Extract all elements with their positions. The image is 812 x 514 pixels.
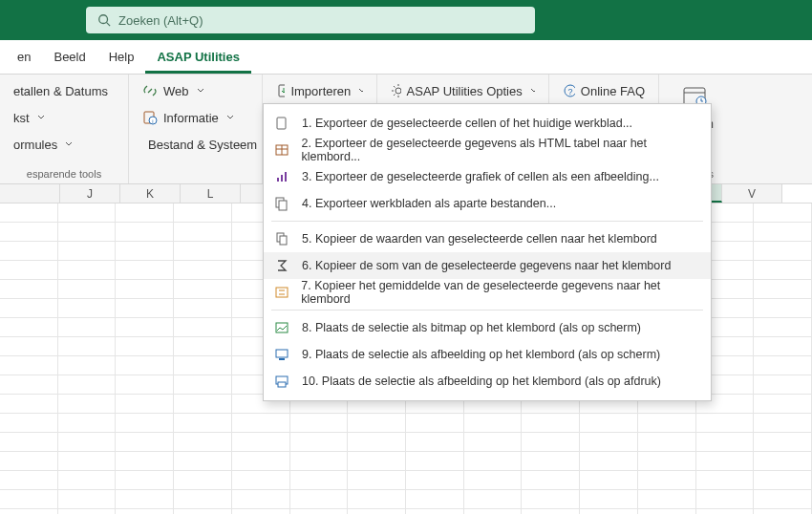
cell[interactable] <box>174 375 232 395</box>
cell[interactable] <box>0 509 58 514</box>
cell[interactable] <box>58 414 117 433</box>
cell[interactable] <box>406 471 464 490</box>
cell[interactable] <box>58 242 117 261</box>
cell[interactable] <box>522 490 580 509</box>
cell[interactable] <box>232 509 290 514</box>
cell[interactable] <box>0 433 58 452</box>
cell[interactable] <box>638 490 696 509</box>
cell[interactable] <box>580 452 638 471</box>
cell[interactable] <box>754 433 812 452</box>
cell[interactable] <box>58 433 117 452</box>
cell[interactable] <box>754 337 812 356</box>
export-sheets-files[interactable]: 4. Exporteer werkbladen als aparte besta… <box>264 190 711 217</box>
cell[interactable] <box>174 471 232 490</box>
cell[interactable] <box>174 395 232 414</box>
copy-sum-clipboard[interactable]: 6. Kopieer de som van de geselecteerde g… <box>264 252 711 279</box>
cell[interactable] <box>522 414 580 433</box>
cell[interactable] <box>116 490 174 509</box>
cell[interactable] <box>58 471 117 490</box>
cell[interactable] <box>58 509 117 514</box>
tab-help[interactable]: Help <box>97 42 146 74</box>
cell[interactable] <box>174 203 232 223</box>
cell[interactable] <box>754 203 812 223</box>
cell[interactable] <box>580 471 638 490</box>
cell[interactable] <box>174 280 232 299</box>
cell[interactable] <box>0 280 58 299</box>
cell[interactable] <box>580 509 638 514</box>
cell[interactable] <box>0 337 58 356</box>
cell[interactable] <box>0 395 58 414</box>
export-selected-cells[interactable]: 1. Exporteer de geselecteerde cellen of … <box>264 110 711 137</box>
cell[interactable] <box>290 509 349 514</box>
cell[interactable] <box>696 490 755 509</box>
column-header[interactable] <box>0 184 60 203</box>
column-header[interactable]: J <box>60 184 120 203</box>
cell[interactable] <box>754 299 812 318</box>
cell[interactable] <box>116 509 174 514</box>
cell[interactable] <box>290 490 349 509</box>
image-clipboard-screen[interactable]: 9. Plaats de selectie als afbeelding op … <box>264 341 711 368</box>
cell[interactable] <box>754 375 812 395</box>
cell[interactable] <box>58 299 117 318</box>
asap-options-button[interactable]: ASAP Utilities Opties <box>387 80 539 101</box>
copy-values-clipboard[interactable]: 5. Kopieer de waarden van geselecteerde … <box>264 225 711 252</box>
cell[interactable] <box>406 452 464 471</box>
column-header[interactable]: V <box>722 184 782 203</box>
cell[interactable] <box>522 471 580 490</box>
cell[interactable] <box>696 414 755 433</box>
search-box[interactable]: Zoeken (Alt+Q) <box>86 7 535 33</box>
cell[interactable] <box>754 318 812 337</box>
cell[interactable] <box>174 242 232 261</box>
cell[interactable] <box>116 375 174 395</box>
cell[interactable] <box>348 471 406 490</box>
cell[interactable] <box>116 280 174 299</box>
cell[interactable] <box>174 261 232 280</box>
cell[interactable] <box>174 414 232 433</box>
cell[interactable] <box>464 509 523 514</box>
cell[interactable] <box>522 452 580 471</box>
cell[interactable] <box>754 261 812 280</box>
cell[interactable] <box>638 509 696 514</box>
cell[interactable] <box>754 395 812 414</box>
cell[interactable] <box>754 356 812 375</box>
cell[interactable] <box>754 509 812 514</box>
cell[interactable] <box>116 261 174 280</box>
tab-beeld[interactable]: Beeld <box>42 42 96 74</box>
cell[interactable] <box>0 223 58 242</box>
cell[interactable] <box>232 433 290 452</box>
image-clipboard-print[interactable]: 10. Plaats de selectie als afbeelding op… <box>264 368 711 395</box>
cell[interactable] <box>0 203 58 223</box>
cell[interactable] <box>174 452 232 471</box>
tab-partial-1[interactable]: en <box>6 42 42 74</box>
cell[interactable] <box>0 261 58 280</box>
cell[interactable] <box>0 452 58 471</box>
cell[interactable] <box>348 452 406 471</box>
cell[interactable] <box>0 242 58 261</box>
cell[interactable] <box>348 490 406 509</box>
cell[interactable] <box>0 299 58 318</box>
cell[interactable] <box>290 433 349 452</box>
cell[interactable] <box>348 433 406 452</box>
cell[interactable] <box>754 414 812 433</box>
cell[interactable] <box>58 490 117 509</box>
cell[interactable] <box>754 280 812 299</box>
cell[interactable] <box>638 414 696 433</box>
cell[interactable] <box>580 433 638 452</box>
cell[interactable] <box>464 490 523 509</box>
cell[interactable] <box>58 337 117 356</box>
cell[interactable] <box>174 318 232 337</box>
column-header[interactable]: L <box>181 184 241 203</box>
cell[interactable] <box>116 203 174 223</box>
numbers-dates-button[interactable]: etallen & Datums <box>10 80 118 101</box>
cell[interactable] <box>116 223 174 242</box>
cell[interactable] <box>232 414 290 433</box>
cell[interactable] <box>406 490 464 509</box>
cell[interactable] <box>116 452 174 471</box>
cell[interactable] <box>116 318 174 337</box>
cell[interactable] <box>290 471 349 490</box>
cell[interactable] <box>0 318 58 337</box>
cell[interactable] <box>0 414 58 433</box>
cell[interactable] <box>0 356 58 375</box>
cell[interactable] <box>116 356 174 375</box>
cell[interactable] <box>116 433 174 452</box>
